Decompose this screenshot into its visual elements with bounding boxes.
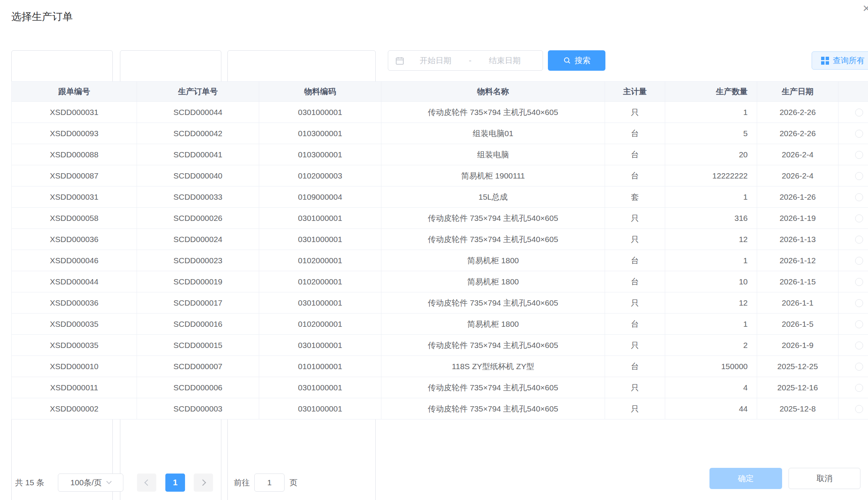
cell-material_code: 0301000001 — [259, 398, 381, 419]
table-row[interactable]: XSDD000035SCDD0000150301000001传动皮轮件 735×… — [12, 335, 868, 356]
cell-prod_order_no: SCDD000006 — [137, 377, 259, 398]
cell-order_no: XSDD000046 — [12, 250, 137, 271]
table-row[interactable]: XSDD000011SCDD0000060301000001传动皮轮件 735×… — [12, 377, 868, 398]
row-radio-button[interactable] — [855, 363, 863, 371]
date-end-placeholder[interactable]: 结束日期 — [474, 55, 536, 66]
row-radio-button[interactable] — [855, 405, 863, 413]
cell-material_name: 组装电脑01 — [381, 123, 605, 144]
table-row[interactable]: XSDD000058SCDD0000260301000001传动皮轮件 735×… — [12, 208, 868, 229]
cell-date: 2026-1-9 — [757, 335, 838, 356]
date-start-placeholder[interactable]: 开始日期 — [404, 55, 467, 66]
cell-unit: 套 — [605, 186, 665, 208]
cell-prod_order_no: SCDD000033 — [137, 186, 259, 208]
grid-icon — [821, 57, 829, 65]
cell-material_code: 0102000001 — [259, 314, 381, 335]
cell-date: 2026-2-4 — [757, 144, 838, 165]
row-radio-button[interactable] — [855, 130, 863, 138]
row-radio-button[interactable] — [855, 236, 863, 244]
table-row[interactable]: XSDD000088SCDD0000410103000001组装电脑台20202… — [12, 144, 868, 165]
cell-order_no: XSDD000058 — [12, 208, 137, 229]
table-row[interactable]: XSDD000044SCDD0000190102000001简易机柜 1800台… — [12, 271, 868, 292]
cell-order_no: XSDD000035 — [12, 335, 137, 356]
cell-material_code: 0301000001 — [259, 335, 381, 356]
cell-select — [838, 314, 868, 335]
prev-page-button[interactable] — [137, 474, 156, 492]
cell-select — [838, 356, 868, 377]
cell-material_name: 传动皮轮件 735×794 主机孔540×605 — [381, 377, 605, 398]
cell-unit: 台 — [605, 356, 665, 377]
cell-select — [838, 165, 868, 186]
row-radio-button[interactable] — [855, 257, 863, 265]
page-size-select[interactable]: 100条/页 — [58, 474, 123, 492]
table-row[interactable]: XSDD000031SCDD000033010900000415L总成套1202… — [12, 186, 868, 208]
table-body: XSDD000031SCDD0000440301000001传动皮轮件 735×… — [12, 102, 868, 419]
table-row[interactable]: XSDD000087SCDD0000400102000003简易机柜 19001… — [12, 165, 868, 186]
cell-date: 2026-1-1 — [757, 292, 838, 314]
table-row[interactable]: XSDD000031SCDD0000440301000001传动皮轮件 735×… — [12, 102, 868, 123]
cell-material_name: 传动皮轮件 735×794 主机孔540×605 — [381, 398, 605, 419]
row-radio-button[interactable] — [855, 320, 863, 328]
cell-unit: 只 — [605, 229, 665, 250]
search-button[interactable]: 搜索 — [548, 50, 605, 71]
date-range-picker[interactable]: 开始日期 - 结束日期 — [388, 50, 543, 71]
cell-prod_order_no: SCDD000040 — [137, 165, 259, 186]
cell-prod_order_no: SCDD000017 — [137, 292, 259, 314]
row-radio-button[interactable] — [855, 342, 863, 349]
cell-prod_order_no: SCDD000015 — [137, 335, 259, 356]
cell-select — [838, 398, 868, 419]
cell-unit: 台 — [605, 314, 665, 335]
cell-qty: 1 — [665, 314, 757, 335]
pagination-total: 共 15 条 — [15, 477, 44, 488]
cell-material_name: 传动皮轮件 735×794 主机孔540×605 — [381, 102, 605, 123]
row-radio-button[interactable] — [855, 214, 863, 222]
cell-order_no: XSDD000011 — [12, 377, 137, 398]
cell-select — [838, 102, 868, 123]
table-row[interactable]: XSDD000046SCDD0000230102000001简易机柜 1800台… — [12, 250, 868, 271]
table-header-row: 跟单编号生产订单号物料编码物料名称主计量生产数量生产日期 — [12, 82, 868, 102]
cell-unit: 只 — [605, 208, 665, 229]
cell-date: 2025-12-25 — [757, 356, 838, 377]
cell-date: 2025-12-8 — [757, 398, 838, 419]
row-radio-button[interactable] — [855, 151, 863, 159]
cell-material_name: 简易机柜 1900111 — [381, 165, 605, 186]
cell-order_no: XSDD000044 — [12, 271, 137, 292]
cancel-button[interactable]: 取消 — [789, 468, 860, 489]
row-radio-button[interactable] — [855, 172, 863, 180]
cell-prod_order_no: SCDD000042 — [137, 123, 259, 144]
table-row[interactable]: XSDD000010SCDD0000070101000001118S ZY型纸杯… — [12, 356, 868, 377]
cell-material_code: 0102000003 — [259, 165, 381, 186]
table-row[interactable]: XSDD000035SCDD0000160102000001简易机柜 1800台… — [12, 314, 868, 335]
goto-page-input[interactable] — [254, 474, 285, 492]
table-row[interactable]: XSDD000093SCDD0000420103000001组装电脑01台520… — [12, 123, 868, 144]
row-radio-button[interactable] — [855, 193, 863, 201]
row-radio-button[interactable] — [855, 299, 863, 307]
table-row[interactable]: XSDD000002SCDD0000030301000001传动皮轮件 735×… — [12, 398, 868, 419]
next-page-button[interactable] — [194, 474, 213, 492]
cell-date: 2026-2-4 — [757, 165, 838, 186]
column-header-unit: 主计量 — [605, 82, 665, 102]
cell-unit: 只 — [605, 292, 665, 314]
row-radio-button[interactable] — [855, 384, 863, 392]
cell-material_code: 0301000001 — [259, 208, 381, 229]
cell-material_code: 0301000001 — [259, 229, 381, 250]
query-all-button[interactable]: 查询所有 — [812, 51, 868, 70]
table-row[interactable]: XSDD000036SCDD0000170301000001传动皮轮件 735×… — [12, 292, 868, 314]
cell-date: 2026-1-19 — [757, 208, 838, 229]
close-icon[interactable]: × — [863, 2, 868, 14]
cell-qty: 10 — [665, 271, 757, 292]
cell-unit: 只 — [605, 377, 665, 398]
row-radio-button[interactable] — [855, 278, 863, 286]
cell-date: 2026-1-15 — [757, 271, 838, 292]
table-row[interactable]: XSDD000036SCDD0000240301000001传动皮轮件 735×… — [12, 229, 868, 250]
column-header-prod_order_no: 生产订单号 — [137, 82, 259, 102]
cell-select — [838, 186, 868, 208]
cell-material_name: 118S ZY型纸杯机 ZY型 — [381, 356, 605, 377]
cell-material_code: 0101000001 — [259, 356, 381, 377]
cell-date: 2026-2-26 — [757, 102, 838, 123]
cell-material_name: 简易机柜 1800 — [381, 250, 605, 271]
row-radio-button[interactable] — [855, 109, 863, 116]
chevron-down-icon — [106, 479, 112, 484]
current-page-button[interactable]: 1 — [165, 474, 185, 492]
confirm-button[interactable]: 确定 — [709, 468, 782, 489]
column-header-qty: 生产数量 — [665, 82, 757, 102]
